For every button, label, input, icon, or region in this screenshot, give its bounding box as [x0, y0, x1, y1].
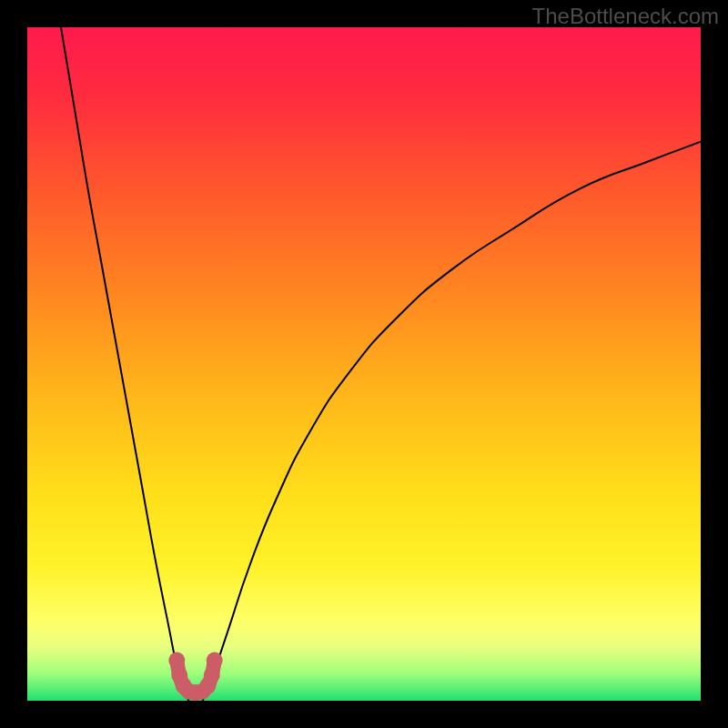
- chart-svg: [27, 27, 701, 701]
- minimum-dot: [168, 652, 185, 669]
- watermark-text: TheBottleneck.com: [532, 4, 719, 29]
- gradient-background: [27, 27, 701, 701]
- plot-area: [27, 27, 701, 701]
- minimum-dot: [204, 667, 220, 683]
- minimum-dot: [207, 652, 223, 669]
